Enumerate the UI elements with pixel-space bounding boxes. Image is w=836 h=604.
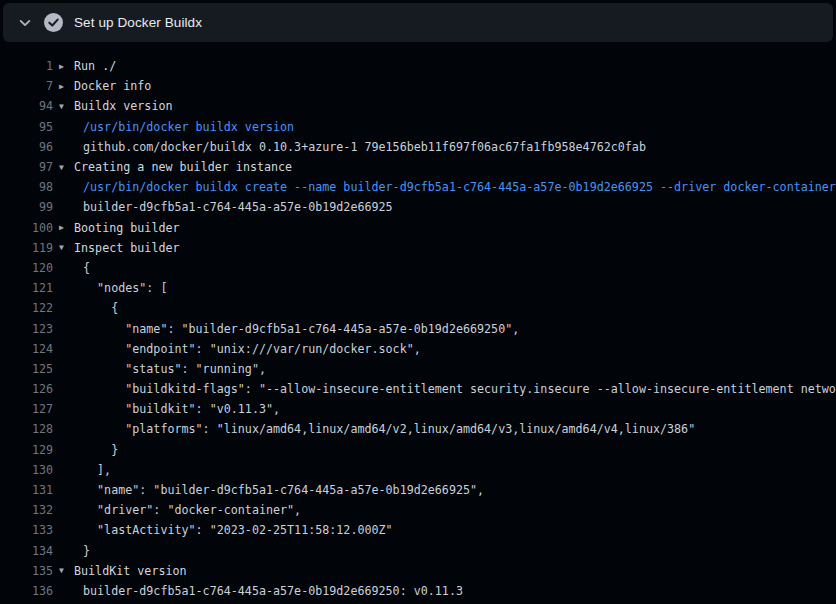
- log-text: "buildkit": "v0.11.3",: [83, 402, 280, 416]
- line-content: github.com/docker/buildx 0.10.3+azure-1 …: [53, 140, 646, 154]
- log-text[interactable]: Inspect builder: [74, 241, 180, 255]
- log-line: 136 builder-d9cfb5a1-c764-445a-a57e-0b19…: [0, 581, 836, 601]
- line-number-link[interactable]: 94: [0, 99, 53, 113]
- line-number-link[interactable]: 124: [0, 342, 53, 356]
- group-expanded-arrow-icon[interactable]: ▼: [59, 566, 74, 575]
- line-number-link[interactable]: 128: [0, 422, 53, 436]
- line-content: /usr/bin/docker buildx create --name bui…: [53, 180, 836, 194]
- log-text[interactable]: Creating a new builder instance: [74, 160, 292, 174]
- log-body: 1 ▶ Run ./ 7 ▶ Docker info 94 ▼ Buildx v…: [0, 42, 836, 601]
- log-group-line: 97 ▼ Creating a new builder instance: [0, 157, 836, 177]
- log-group-line: 7 ▶ Docker info: [0, 76, 836, 96]
- line-number-link[interactable]: 135: [0, 564, 53, 578]
- log-text: "buildkitd-flags": "--allow-insecure-ent…: [83, 382, 836, 396]
- step-header-set-up-docker-buildx[interactable]: Set up Docker Buildx: [3, 3, 833, 42]
- line-number-link[interactable]: 132: [0, 503, 53, 517]
- line-number-link[interactable]: 134: [0, 544, 53, 558]
- log-line: 126 "buildkitd-flags": "--allow-insecure…: [0, 379, 836, 399]
- line-number-link[interactable]: 123: [0, 322, 53, 336]
- group-expanded-arrow-icon[interactable]: ▼: [59, 243, 74, 252]
- line-content: "name": "builder-d9cfb5a1-c764-445a-a57e…: [53, 322, 519, 336]
- line-number-link[interactable]: 97: [0, 160, 53, 174]
- log-line: 124 "endpoint": "unix:///var/run/docker.…: [0, 339, 836, 359]
- log-group-line: 135 ▼ BuildKit version: [0, 561, 836, 581]
- line-content: "status": "running",: [53, 362, 266, 376]
- line-number-link[interactable]: 125: [0, 362, 53, 376]
- log-text: }: [83, 443, 118, 457]
- log-text: builder-d9cfb5a1-c764-445a-a57e-0b19d2e6…: [83, 584, 463, 598]
- group-expanded-arrow-icon[interactable]: ▼: [59, 163, 74, 172]
- log-line: 129 }: [0, 440, 836, 460]
- actions-log-viewer: Set up Docker Buildx 1 ▶ Run ./ 7 ▶ Dock…: [0, 0, 836, 604]
- line-content: "lastActivity": "2023-02-25T11:58:12.000…: [53, 523, 393, 537]
- check-circle-icon: [44, 13, 63, 32]
- chevron-down-icon[interactable]: [17, 15, 33, 31]
- log-text: "status": "running",: [83, 362, 266, 376]
- step-title: Set up Docker Buildx: [74, 15, 202, 30]
- line-number-link[interactable]: 130: [0, 463, 53, 477]
- line-content: "buildkit": "v0.11.3",: [53, 402, 280, 416]
- line-number-link[interactable]: 95: [0, 120, 53, 134]
- log-line: 120 {: [0, 258, 836, 278]
- line-number-link[interactable]: 98: [0, 180, 53, 194]
- group-collapsed-arrow-icon[interactable]: ▶: [59, 82, 74, 91]
- line-content: ],: [53, 463, 111, 477]
- log-line: 123 "name": "builder-d9cfb5a1-c764-445a-…: [0, 318, 836, 338]
- log-text: "driver": "docker-container",: [83, 503, 301, 517]
- log-text: }: [83, 544, 90, 558]
- line-content: "endpoint": "unix:///var/run/docker.sock…: [53, 342, 421, 356]
- line-number-link[interactable]: 122: [0, 301, 53, 315]
- log-line: 127 "buildkit": "v0.11.3",: [0, 399, 836, 419]
- log-text: ],: [83, 463, 111, 477]
- line-content: ▶ Booting builder: [53, 221, 180, 235]
- line-number-link[interactable]: 7: [0, 79, 53, 93]
- log-text[interactable]: Docker info: [74, 79, 151, 93]
- log-text: github.com/docker/buildx 0.10.3+azure-1 …: [83, 140, 646, 154]
- line-number-link[interactable]: 99: [0, 200, 53, 214]
- log-text: "platforms": "linux/amd64,linux/amd64/v2…: [83, 422, 695, 436]
- line-number-link[interactable]: 136: [0, 584, 53, 598]
- log-text: builder-d9cfb5a1-c764-445a-a57e-0b19d2e6…: [83, 200, 393, 214]
- line-content: ▼ Creating a new builder instance: [53, 160, 292, 174]
- log-line: 130 ],: [0, 460, 836, 480]
- line-content: ▶ Docker info: [53, 79, 151, 93]
- line-content: ▼ BuildKit version: [53, 564, 187, 578]
- line-number-link[interactable]: 96: [0, 140, 53, 154]
- line-number-link[interactable]: 119: [0, 241, 53, 255]
- line-number-link[interactable]: 126: [0, 382, 53, 396]
- line-number-link[interactable]: 100: [0, 221, 53, 235]
- log-text[interactable]: BuildKit version: [74, 564, 187, 578]
- group-expanded-arrow-icon[interactable]: ▼: [59, 102, 74, 111]
- line-number-link[interactable]: 129: [0, 443, 53, 457]
- line-content: "platforms": "linux/amd64,linux/amd64/v2…: [53, 422, 695, 436]
- log-line: 99 builder-d9cfb5a1-c764-445a-a57e-0b19d…: [0, 197, 836, 217]
- log-line: 134 }: [0, 541, 836, 561]
- log-group-line: 100 ▶ Booting builder: [0, 218, 836, 238]
- line-number-link[interactable]: 120: [0, 261, 53, 275]
- log-line: 125 "status": "running",: [0, 359, 836, 379]
- line-number-link[interactable]: 131: [0, 483, 53, 497]
- line-content: ▼ Buildx version: [53, 99, 173, 113]
- log-line: 131 "name": "builder-d9cfb5a1-c764-445a-…: [0, 480, 836, 500]
- log-line: 128 "platforms": "linux/amd64,linux/amd6…: [0, 419, 836, 439]
- line-number-link[interactable]: 121: [0, 281, 53, 295]
- log-text[interactable]: Booting builder: [74, 221, 180, 235]
- log-text[interactable]: Run ./: [74, 59, 116, 73]
- log-line: 96 github.com/docker/buildx 0.10.3+azure…: [0, 137, 836, 157]
- log-text[interactable]: Buildx version: [74, 99, 173, 113]
- line-content: }: [53, 544, 90, 558]
- log-line: 133 "lastActivity": "2023-02-25T11:58:12…: [0, 520, 836, 540]
- log-text: "nodes": [: [83, 281, 167, 295]
- line-content: ▼ Inspect builder: [53, 241, 180, 255]
- line-number-link[interactable]: 1: [0, 59, 53, 73]
- line-number-link[interactable]: 127: [0, 402, 53, 416]
- log-line: 122 {: [0, 298, 836, 318]
- group-collapsed-arrow-icon[interactable]: ▶: [59, 223, 74, 232]
- line-content: "name": "builder-d9cfb5a1-c764-445a-a57e…: [53, 483, 484, 497]
- group-collapsed-arrow-icon[interactable]: ▶: [59, 62, 74, 71]
- log-text: "endpoint": "unix:///var/run/docker.sock…: [83, 342, 421, 356]
- log-group-line: 119 ▼ Inspect builder: [0, 238, 836, 258]
- line-content: /usr/bin/docker buildx version: [53, 120, 294, 134]
- log-line: 121 "nodes": [: [0, 278, 836, 298]
- line-number-link[interactable]: 133: [0, 523, 53, 537]
